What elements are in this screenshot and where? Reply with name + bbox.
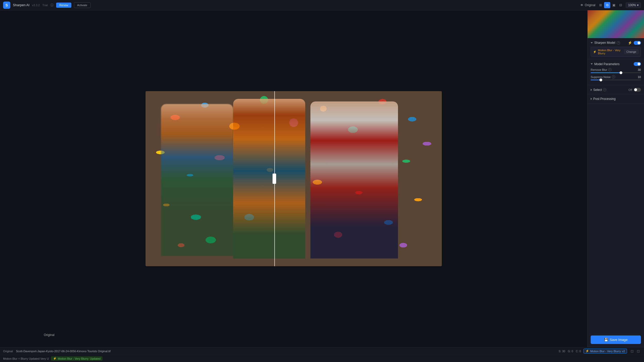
eye-icon: 👁 [580, 3, 583, 7]
sharpen-model-info-icon[interactable]: ? [617, 41, 620, 45]
view-icon-compare[interactable]: ⊟ [617, 2, 624, 8]
post-processing-expand-icon[interactable] [591, 98, 592, 100]
sharpen-model-title: Sharpen Model ? [591, 41, 620, 45]
split-handle[interactable] [273, 174, 276, 184]
status-filename: Scott-Davenport-Japan-Kyoto-2017-06-24-0… [16, 350, 111, 353]
renew-button[interactable]: Renew [56, 3, 71, 8]
zoom-value: 100% [628, 3, 636, 7]
view-icon-grid[interactable]: ⊞ [597, 2, 604, 8]
status-stats: S: 30 G: 0 C: 0 ⚡ Motion Blur - Very Blu… [558, 349, 641, 354]
zoom-arrow: ▾ [637, 3, 639, 7]
save-label: Save Image [610, 338, 628, 342]
view-icon-split[interactable]: ⧉ [604, 2, 610, 8]
change-model-button[interactable]: Change [624, 49, 639, 54]
remove-blur-fill [591, 72, 621, 73]
model-badge-left: ⚡ Motion Blur - Very Blurry [593, 49, 624, 55]
bottom-motion-blur-text: Motion Blur = Blurry Updated Very U [3, 357, 49, 360]
view-icon-single[interactable]: ▣ [611, 2, 617, 8]
status-settings-icon[interactable]: ⊡ [636, 349, 641, 354]
model-params-collapse-icon[interactable] [591, 63, 593, 65]
select-value: Off [629, 88, 632, 91]
select-info-icon[interactable]: ? [603, 88, 606, 91]
select-right: Off [629, 88, 641, 92]
app-trial: Trial [42, 4, 48, 7]
right-panel: Sharpen Model ? ⚡ ⚡ Motion Blur - Very B… [587, 10, 644, 347]
save-image-button[interactable]: 💾 Save Image [591, 335, 641, 344]
panel-spacer [588, 104, 644, 332]
remove-blur-value: 30 [638, 68, 641, 71]
badge-model-label: Motion Blur - Very Blurry [58, 357, 89, 360]
remove-blur-track[interactable] [591, 72, 641, 73]
sharpen-model-toggle[interactable] [634, 41, 641, 45]
motion-blur-badge: ⚡ Motion Blur - Very Blurry Updated [51, 356, 103, 361]
model-lightning-icon: ⚡ [593, 50, 597, 54]
post-processing-section: Post Processing [588, 94, 644, 104]
remove-blur-thumb[interactable] [620, 71, 622, 74]
canvas-original-label: Original [44, 333, 54, 337]
suppress-noise-track[interactable] [591, 80, 641, 80]
app-info-icon[interactable]: ℹ [50, 3, 54, 7]
select-toggle[interactable] [634, 88, 641, 92]
original-toggle[interactable]: 👁 Original [580, 3, 595, 7]
model-parameters-header: Model Parameters [591, 62, 641, 66]
status-monitor-icon[interactable]: ⊡ [630, 349, 635, 354]
model-name-label: Motion Blur - Very Blurry [598, 49, 624, 55]
thumbnail-area [588, 10, 644, 38]
topbar-right: 👁 Original ⊞ ⧉ ▣ ⊟ 100% ▾ [580, 2, 641, 8]
suppress-noise-info-icon[interactable]: ? [612, 75, 615, 79]
topbar: S Sharpen AI v3.3.2 Trial ℹ Renew Activa… [0, 0, 644, 10]
select-row: Select ? Off [591, 88, 641, 92]
figure-center [233, 99, 305, 258]
sharpness-stat: S: 30 [558, 350, 565, 353]
thumbnail-image [588, 10, 644, 38]
save-icon: 💾 [604, 338, 608, 342]
save-button-area: 💾 Save Image [588, 332, 644, 347]
remove-blur-info-icon[interactable]: ? [608, 68, 612, 71]
status-lightning-icon: ⚡ [586, 349, 589, 353]
suppress-noise-label: Suppress Noise ? [591, 75, 615, 79]
badge-lightning-icon: ⚡ [53, 357, 57, 360]
app-name: Sharpen AI [13, 3, 29, 7]
status-model-badge: ⚡ Motion Blur - Very Blurry v2 [583, 349, 627, 354]
clip-stat: C: 0 [576, 350, 581, 353]
view-icons: ⊞ ⧉ ▣ ⊟ [597, 2, 624, 8]
app-version: v3.3.2 [32, 4, 40, 7]
figure-right [310, 101, 398, 258]
select-expand-icon[interactable] [591, 89, 592, 91]
post-processing-row: Post Processing [591, 97, 641, 101]
select-label: Select ? [591, 88, 606, 92]
main-content: Original Sharpen Model ? ⚡ [0, 10, 644, 347]
status-model-version: v2 [622, 350, 625, 353]
suppress-noise-thumb[interactable] [599, 79, 602, 81]
badge-updated-label: Updated [90, 357, 101, 360]
app-logo: S [3, 2, 10, 9]
status-action-icons: ⊡ ⊡ [630, 349, 641, 354]
statusbar: Original Scott-Davenport-Japan-Kyoto-201… [0, 347, 644, 355]
activate-button[interactable]: Activate [74, 2, 91, 8]
remove-blur-label: Remove Blur ? [591, 68, 612, 71]
suppress-noise-value: 10 [638, 75, 641, 79]
model-parameters-toggle[interactable] [634, 62, 641, 66]
status-model-name: Motion Blur - Very Blurry [590, 350, 621, 353]
post-processing-label: Post Processing [591, 97, 616, 101]
remove-blur-label-row: Remove Blur ? 30 [591, 68, 641, 71]
remove-blur-slider-row: Remove Blur ? 30 [591, 68, 641, 73]
sharpen-model-icons: ⚡ [628, 41, 641, 45]
status-original-label: Original [3, 350, 13, 353]
select-section: Select ? Off [588, 85, 644, 94]
model-parameters-section: Model Parameters Remove Blur ? 30 [588, 59, 644, 85]
model-parameters-title: Model Parameters [591, 62, 620, 66]
model-badge: ⚡ Motion Blur - Very Blurry Change [591, 47, 641, 57]
sharpen-model-section: Sharpen Model ? ⚡ ⚡ Motion Blur - Very B… [588, 38, 644, 59]
bottom-statusbar: Motion Blur = Blurry Updated Very U ⚡ Mo… [0, 355, 644, 362]
sharpen-model-collapse-icon[interactable] [591, 42, 593, 44]
suppress-noise-slider-row: Suppress Noise ? 10 [591, 75, 641, 80]
lightning-icon: ⚡ [628, 41, 632, 45]
suppress-noise-label-row: Suppress Noise ? 10 [591, 75, 641, 79]
original-label: Original [585, 3, 595, 7]
image-container [146, 91, 442, 266]
canvas-area: Original [0, 10, 587, 347]
grain-stat: G: 0 [568, 350, 573, 353]
zoom-control[interactable]: 100% ▾ [626, 2, 641, 8]
sharpen-model-header: Sharpen Model ? ⚡ [591, 41, 641, 45]
